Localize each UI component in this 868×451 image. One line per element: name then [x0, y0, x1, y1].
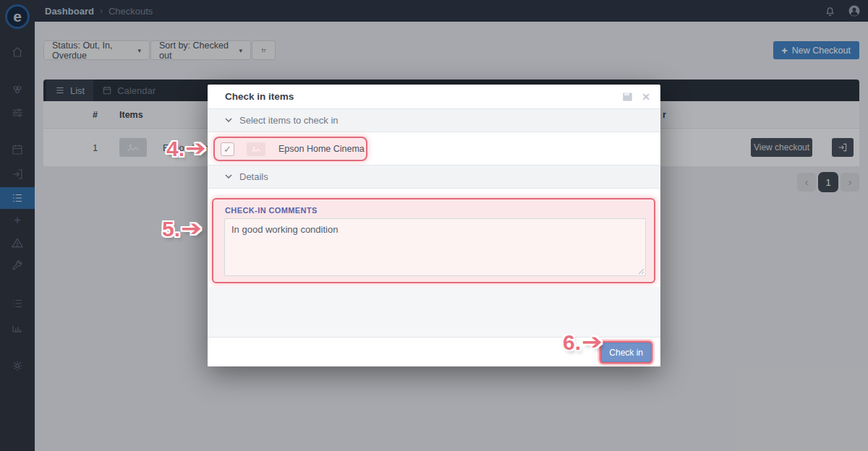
check-in-button[interactable]: Check in [601, 343, 651, 362]
annotation-step-5-number: 5. [162, 217, 180, 241]
annotation-step-6: 6. ➔ [563, 330, 601, 355]
arrow-right-icon: ➔ [185, 135, 206, 160]
check-in-modal: Check in items ✕ Select items to check i… [208, 85, 660, 366]
details-label: Details [239, 171, 268, 182]
resize-handle[interactable] [638, 268, 644, 275]
save-icon[interactable] [622, 92, 633, 102]
app-window: Dashboard › Checkouts e [0, 0, 868, 451]
arrow-right-icon: ➔ [582, 329, 603, 354]
comments-annotation-highlight: CHECK-IN COMMENTS In good working condit… [212, 198, 655, 283]
arrow-right-icon: ➔ [181, 215, 202, 241]
annotation-step-6-number: 6. [563, 330, 581, 355]
annotation-step-4-number: 4. [166, 137, 184, 161]
annotation-step-4: 4. ➔ [166, 137, 205, 161]
modal-title: Check in items [225, 91, 294, 102]
close-icon[interactable]: ✕ [642, 91, 650, 103]
item-annotation-highlight: ✓ Epson Home Cinema [213, 137, 367, 161]
check-in-comments-label: CHECK-IN COMMENTS [225, 206, 318, 215]
select-items-label: Select items to check in [239, 115, 339, 126]
check-icon: ✓ [224, 144, 231, 155]
chevron-down-icon [225, 174, 232, 179]
item-checkbox[interactable]: ✓ [221, 142, 234, 156]
item-thumbnail-placeholder [247, 142, 265, 156]
select-items-section-header[interactable]: Select items to check in [208, 108, 660, 132]
modal-header: Check in items ✕ [208, 85, 660, 108]
photo-icon [251, 145, 261, 153]
annotation-step-5: 5. ➔ [162, 217, 200, 241]
chevron-down-icon [225, 118, 232, 123]
check-in-comments-textarea[interactable]: In good working condition [224, 218, 646, 276]
details-section-header[interactable]: Details [208, 165, 660, 189]
modal-item-name: Epson Home Cinema [278, 144, 365, 154]
